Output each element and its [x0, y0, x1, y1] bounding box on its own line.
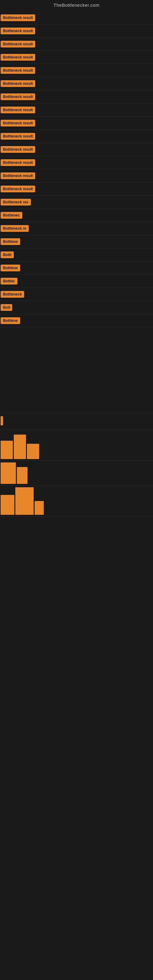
bottleneck-badge: Bottleneck res: [1, 199, 31, 205]
chart-bar: [1, 495, 14, 515]
bottleneck-badge: Bottleneck result: [1, 94, 35, 100]
bottleneck-badge: Bottleneck result: [1, 146, 35, 153]
bottleneck-item[interactable]: Bottlenec: [0, 209, 153, 222]
chart-bar: [17, 467, 27, 484]
bottleneck-item[interactable]: Bottleneck: [0, 288, 153, 301]
small-bar-indicator: [1, 416, 3, 425]
spacer-section: [0, 328, 153, 413]
chart-bar: [1, 441, 13, 459]
bottleneck-badge: Bott: [1, 304, 12, 311]
bottleneck-item[interactable]: Bottl: [0, 248, 153, 261]
bottleneck-item[interactable]: Bottler: [0, 275, 153, 288]
chart-bar: [35, 501, 44, 515]
bottleneck-badge: Bottleneck result: [1, 107, 35, 113]
chart-bar: [15, 487, 33, 515]
bottleneck-item[interactable]: Bottleneck result: [0, 156, 153, 169]
bottleneck-badge: Bottleneck result: [1, 172, 35, 179]
chart-bar: [1, 463, 16, 484]
bottleneck-badge: Bottleneck result: [1, 159, 35, 166]
bottleneck-badge: Bottlenec: [1, 212, 22, 219]
bottleneck-badge: Bottleneck result: [1, 41, 35, 48]
bottleneck-item[interactable]: Bottlene: [0, 235, 153, 248]
bottleneck-badge: Bottleneck result: [1, 27, 35, 34]
bottleneck-item[interactable]: Bottlene: [0, 314, 153, 328]
bottleneck-badge: Bottleneck result: [1, 80, 35, 87]
bottleneck-badge: Bottleneck: [1, 291, 24, 298]
small-bar-section: [0, 413, 153, 430]
bottleneck-badge: Bottleneck result: [1, 54, 35, 60]
bottleneck-item[interactable]: Bottleneck result: [0, 130, 153, 143]
bottleneck-item[interactable]: Bottleneck result: [0, 103, 153, 117]
bottleneck-item[interactable]: Bottleneck result: [0, 143, 153, 156]
bottleneck-item[interactable]: Bottleneck result: [0, 90, 153, 103]
chart-row-2: [0, 461, 153, 486]
bottleneck-badge: Bottleneck result: [1, 120, 35, 126]
bottleneck-item[interactable]: Bottleneck res: [0, 196, 153, 209]
chart-row-3: [0, 486, 153, 517]
site-title: TheBottlenecker.com: [0, 0, 153, 11]
bottleneck-item[interactable]: Bottleneck result: [0, 64, 153, 77]
bottleneck-badge: Bottlene: [1, 238, 20, 245]
bottleneck-badge: Bottlene: [1, 317, 20, 324]
bottleneck-item[interactable]: Bottleneck result: [0, 38, 153, 51]
bottleneck-badge: Bottleneck result: [1, 67, 35, 74]
chart-bar: [14, 434, 26, 459]
bottleneck-item[interactable]: Bott: [0, 301, 153, 314]
bottleneck-item[interactable]: Bottleneck result: [0, 77, 153, 90]
chart-row-1: [0, 433, 153, 461]
bottleneck-list: Bottleneck resultBottleneck resultBottle…: [0, 11, 153, 328]
bottom-chart-area: [0, 430, 153, 520]
bottleneck-item[interactable]: Bottleneck result: [0, 24, 153, 38]
bottleneck-badge: Bottleneck result: [1, 14, 35, 21]
bottleneck-item[interactable]: Bottleneck result: [0, 11, 153, 24]
bottleneck-item[interactable]: Bottleneck result: [0, 183, 153, 196]
chart-bar: [27, 444, 39, 459]
bottleneck-item[interactable]: Bottlene: [0, 261, 153, 275]
bottleneck-badge: Bottleneck result: [1, 186, 35, 192]
bottleneck-item[interactable]: Bottleneck result: [0, 117, 153, 130]
bottleneck-badge: Bottlene: [1, 265, 20, 271]
bottleneck-badge: Bottleneck result: [1, 133, 35, 140]
bottleneck-badge: Bottler: [1, 278, 18, 285]
bottleneck-item[interactable]: Bottleneck result: [0, 51, 153, 64]
bottleneck-item[interactable]: Bottleneck re: [0, 222, 153, 235]
bottleneck-badge: Bottleneck re: [1, 225, 29, 232]
bottleneck-badge: Bottl: [1, 251, 14, 258]
bottleneck-item[interactable]: Bottleneck result: [0, 169, 153, 183]
